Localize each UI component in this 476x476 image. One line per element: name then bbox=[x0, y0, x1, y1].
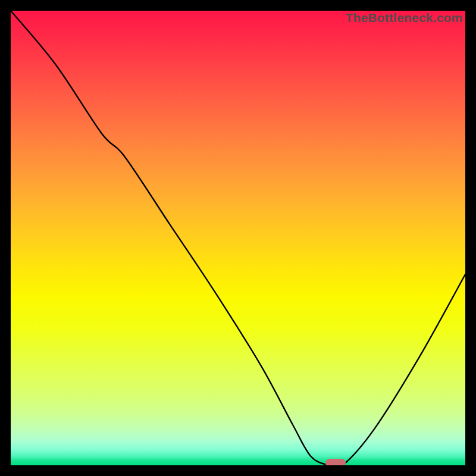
watermark-text: TheBottleneck.com bbox=[346, 11, 463, 25]
plot-area: TheBottleneck.com bbox=[11, 11, 465, 465]
chart-frame: TheBottleneck.com bbox=[0, 0, 476, 476]
optimal-marker bbox=[325, 459, 346, 465]
bottleneck-curve bbox=[11, 11, 465, 465]
